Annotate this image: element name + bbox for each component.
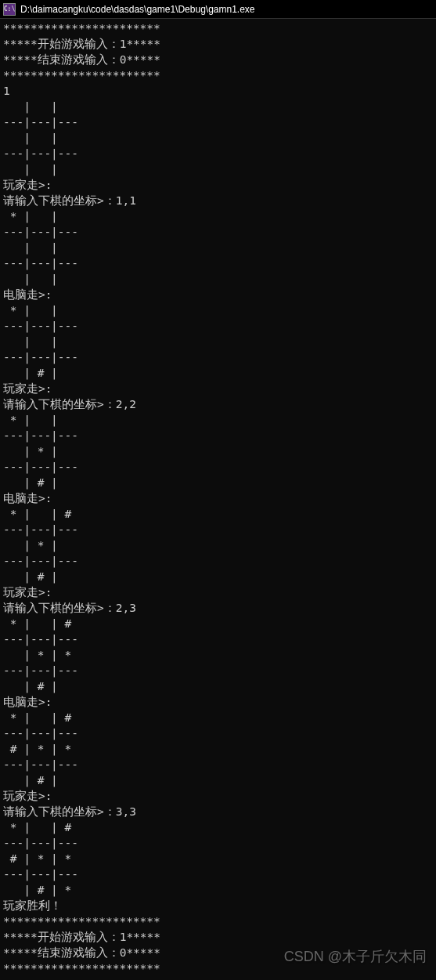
app-icon: C:\ <box>3 3 16 16</box>
window-title-bar: C:\ D:\daimacangku\code\dasdas\game1\Deb… <box>0 0 436 19</box>
window-title-text: D:\daimacangku\code\dasdas\game1\Debug\g… <box>20 4 255 15</box>
console-output[interactable]: *********************** *****开始游戏输入：1***… <box>0 19 436 978</box>
watermark-text: CSDN @木子斤欠木同 <box>284 947 427 966</box>
